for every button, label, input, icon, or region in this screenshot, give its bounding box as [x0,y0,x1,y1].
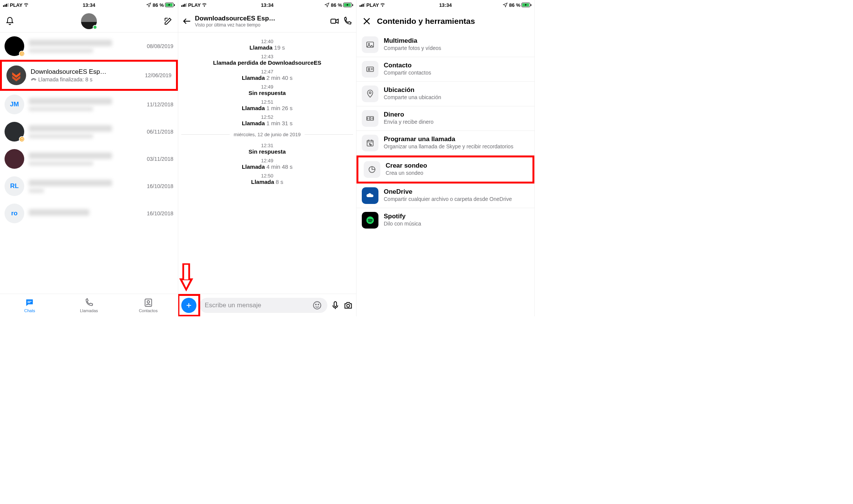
location-arrow-icon [503,2,508,8]
call-event: 12:47Llamada 2 min 40 s [178,69,356,81]
conversation-panel: PLAY 13:34 86 % DownloadsourceES Esp… Vi… [178,0,356,316]
call-event: 12:49Llamada 4 min 48 s [178,158,356,170]
conversation-subtitle: Visto por última vez hace tiempo [195,22,327,28]
carrier-label: PLAY [10,2,22,8]
menu-item-media[interactable]: MultimediaComparte fotos y vídeos [356,33,534,57]
chat-item[interactable]: RL 16/10/2018 [0,173,178,200]
chat-subtitle: Llamada finalizada: 8 s [31,76,140,82]
tab-contacts[interactable]: Contactos [118,294,178,316]
svg-rect-5 [145,299,151,306]
message-composer: Escribe un mensaje [178,294,356,316]
chat-date: 11/12/2018 [147,101,173,107]
chat-item[interactable]: 08/08/2019 [0,33,178,60]
onedrive-icon [362,187,378,204]
chat-date: 06/11/2018 [147,129,173,135]
svg-rect-19 [367,67,374,72]
chat-item-downloadsource[interactable]: DownloadsourceES Esp… Llamada finalizada… [0,60,178,91]
online-dot-icon [93,25,97,30]
svg-point-20 [368,68,370,70]
clock-label: 13:34 [439,2,451,8]
call-event: 12:40Llamada 19 s [178,39,356,51]
avatar: RL [5,176,24,196]
svg-point-12 [316,304,316,305]
svg-point-6 [147,300,149,303]
menu-item-label: Spotify [384,213,529,220]
video-call-icon[interactable] [330,16,339,26]
svg-rect-4 [28,302,31,303]
menu-item-onedrive[interactable]: OneDriveCompartir cualquier archivo o ca… [356,184,534,208]
avatar [6,65,26,85]
menu-item-schedule-call[interactable]: Programar una llamadaOrganizar una llama… [356,131,534,156]
menu-item-sub: Comparte fotos y vídeos [384,45,529,51]
call-event: 12:31Sin respuesta [178,143,356,155]
camera-icon[interactable] [343,300,353,310]
call-event: 12:50Llamada 8 s [178,173,356,185]
back-icon[interactable] [182,16,192,26]
status-bar: PLAY 13:34 86 % [0,0,178,10]
close-icon[interactable] [362,16,372,26]
menu-item-label: Programar una llamada [384,135,529,143]
svg-point-13 [318,304,319,305]
tab-chats[interactable]: Chats [0,294,59,316]
avatar: ro [5,204,24,223]
battery-pct: 86 % [153,2,164,8]
away-badge-icon [19,51,25,57]
status-bar: PLAY 13:34 86 % [178,0,356,10]
menu-item-label: Multimedia [384,37,529,45]
chat-item[interactable]: JM 11/12/2018 [0,91,178,118]
svg-point-23 [369,118,371,120]
svg-point-21 [369,92,371,94]
chat-item[interactable]: 06/11/2018 [0,118,178,145]
chat-date: 08/08/2019 [147,43,173,49]
chat-date: 16/10/2018 [147,210,173,216]
contact-card-icon [362,61,378,78]
chat-item[interactable]: 03/11/2018 [0,145,178,173]
chat-item[interactable]: ro 16/10/2018 [0,200,178,227]
conversation-title: DownloadsourceES Esp… [195,15,327,22]
wifi-icon [380,2,385,8]
signal-icon [181,3,187,7]
menu-item-create-poll[interactable]: Crear sondeoCrea un sondeo [356,156,534,184]
battery-icon [165,3,175,7]
notifications-icon[interactable] [5,17,14,26]
wifi-icon [23,2,29,8]
menu-item-contact[interactable]: ContactoCompartir contactos [356,57,534,82]
message-input[interactable]: Escribe un mensaje [199,298,327,313]
conversation-header: DownloadsourceES Esp… Visto por última v… [178,10,356,33]
profile-avatar[interactable] [81,13,97,29]
status-bar: PLAY 13:34 86 % [356,0,534,10]
menu-item-sub: Compartir cualquier archivo o carpeta de… [384,196,529,202]
menu-item-label: Ubicación [384,86,529,94]
location-pin-icon [362,86,378,102]
svg-rect-3 [28,301,32,302]
microphone-icon[interactable] [330,300,340,310]
tab-calls[interactable]: Llamadas [59,294,119,316]
chat-title: DownloadsourceES Esp… [31,68,140,76]
avatar [5,149,24,169]
svg-rect-14 [334,302,337,306]
bottom-tabs: Chats Llamadas Contactos [0,294,178,316]
chat-date: 12/06/2019 [145,72,171,78]
compose-icon[interactable] [163,17,173,26]
attach-menu-list: MultimediaComparte fotos y vídeos Contac… [356,33,534,232]
menu-item-label: OneDrive [384,188,529,196]
location-arrow-icon [324,2,330,8]
menu-item-location[interactable]: UbicaciónComparte una ubicación [356,82,534,106]
message-placeholder: Escribe un mensaje [205,302,261,309]
chat-list: 08/08/2019 DownloadsourceES Esp… Llamada… [0,33,178,227]
menu-item-label: Contacto [384,62,529,69]
clock-label: 13:34 [82,2,95,8]
spotify-icon [362,212,378,229]
voice-call-icon[interactable] [342,16,352,26]
carrier-label: PLAY [188,2,201,8]
emoji-icon[interactable] [312,300,322,310]
poll-icon [364,161,380,178]
svg-point-7 [204,6,205,6]
signal-icon [3,3,9,7]
menu-item-sub: Envía y recibe dinero [384,119,529,125]
menu-item-money[interactable]: DineroEnvía y recibe dinero [356,106,534,131]
annotation-highlight [178,294,200,317]
conversation-body[interactable]: 12:40Llamada 19 s 12:43Llamada perdida d… [178,33,356,294]
conversation-title-block[interactable]: DownloadsourceES Esp… Visto por última v… [195,15,327,28]
menu-item-spotify[interactable]: SpotifyDilo con música [356,208,534,232]
